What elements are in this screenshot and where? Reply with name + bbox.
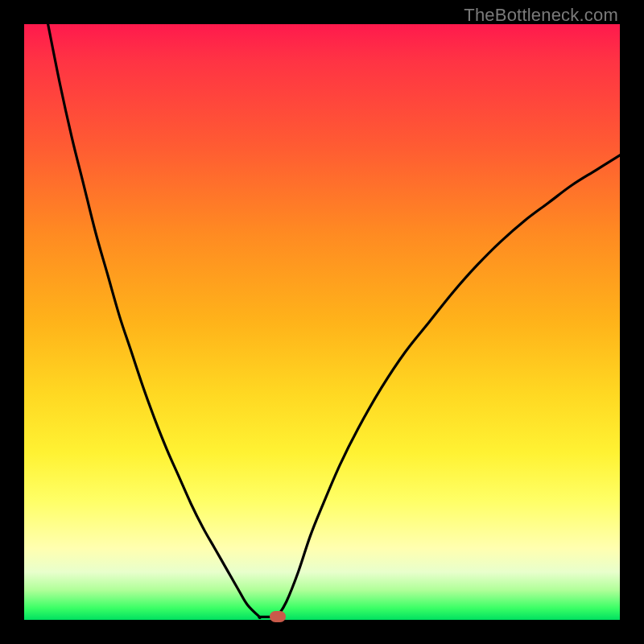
- attribution-text: TheBottleneck.com: [464, 5, 618, 26]
- curve-path: [48, 24, 620, 618]
- bottleneck-curve: [24, 24, 620, 620]
- chart-frame: TheBottleneck.com: [0, 0, 644, 644]
- min-marker: [270, 611, 286, 622]
- plot-area: [24, 24, 620, 620]
